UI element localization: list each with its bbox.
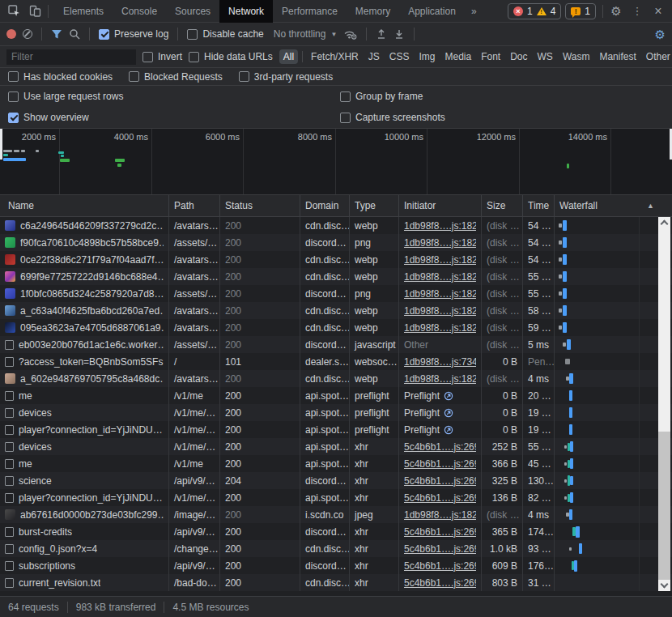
hide-data-urls-checkbox[interactable]: Hide data URLs bbox=[189, 51, 273, 62]
tab-sources[interactable]: Sources bbox=[166, 0, 219, 23]
table-row[interactable]: c6a249645d46209f337279cd2c…/avatars…200c… bbox=[0, 217, 672, 234]
checkbox-unchecked[interactable] bbox=[239, 71, 249, 82]
filter-type-font[interactable]: Font bbox=[477, 49, 504, 64]
request-name-cell[interactable]: devices bbox=[0, 438, 169, 455]
tab-application[interactable]: Application bbox=[399, 0, 465, 23]
request-name-cell[interactable]: ab67616d0000b273de03bfc299… bbox=[0, 506, 169, 523]
preflight-icon[interactable] bbox=[444, 408, 453, 418]
invert-checkbox[interactable]: Invert bbox=[142, 51, 182, 62]
initiator-link[interactable]: 1db98f8….js:7340 bbox=[404, 356, 476, 368]
filter-type-css[interactable]: CSS bbox=[385, 49, 414, 64]
disable-cache-checkbox[interactable]: Disable cache bbox=[187, 28, 263, 40]
filter-type-ws[interactable]: WS bbox=[534, 49, 557, 64]
clear-network-log-icon[interactable] bbox=[23, 29, 32, 39]
table-row[interactable]: f90fca70610c4898bc57b58bce9…/assets/…200… bbox=[0, 234, 672, 251]
table-row[interactable]: 699f9e77257222d9146bc688e4…/avatars…200c… bbox=[0, 268, 672, 285]
tab-performance[interactable]: Performance bbox=[273, 0, 347, 23]
use-large-rows-checkbox[interactable]: Use large request rows bbox=[8, 91, 340, 102]
table-row[interactable]: burst-credits/api/v9/…200discord…xhr5c4b… bbox=[0, 523, 672, 540]
table-row[interactable]: me/v1/me200api.spot…xhr5c4b6b1….js:26936… bbox=[0, 455, 672, 472]
table-row[interactable]: ?access_token=BQBnbSom5SFs…/101dealer.s…… bbox=[0, 353, 672, 370]
initiator-link[interactable]: 1db98f8….js:1823 bbox=[404, 373, 476, 385]
tab-network[interactable]: Network bbox=[219, 0, 273, 23]
filter-type-img[interactable]: Img bbox=[415, 49, 439, 64]
request-name-cell[interactable]: a_c63a40f4625fba6bcd260a7ed… bbox=[0, 302, 169, 319]
filter-type-other[interactable]: Other bbox=[642, 49, 672, 64]
filter-type-wasm[interactable]: Wasm bbox=[559, 49, 594, 64]
request-name-cell[interactable]: devices bbox=[0, 404, 169, 421]
table-row[interactable]: subscriptions/api/v9/…200discord…xhr5c4b… bbox=[0, 557, 672, 574]
column-header-waterfall[interactable]: Waterfall ▲ bbox=[555, 195, 672, 216]
tab-memory[interactable]: Memory bbox=[347, 0, 399, 23]
table-row[interactable]: eb003e20b076d1ac1e6c.worker…/assets/…200… bbox=[0, 336, 672, 353]
request-name-cell[interactable]: a_602e948769705795c8a468dc… bbox=[0, 370, 169, 387]
checkbox-unchecked[interactable] bbox=[340, 113, 351, 123]
tab-elements[interactable]: Elements bbox=[54, 0, 113, 23]
checkbox-unchecked[interactable] bbox=[8, 91, 19, 102]
initiator-link[interactable]: 1db98f8….js:1823 bbox=[404, 288, 476, 300]
column-header-initiator[interactable]: Initiator bbox=[399, 195, 482, 216]
initiator-link[interactable]: 5c4b6b1….js:269 bbox=[404, 458, 476, 470]
column-header-type[interactable]: Type bbox=[350, 195, 399, 216]
show-overview-checkbox[interactable]: Show overview bbox=[8, 112, 340, 123]
request-name-cell[interactable]: current_revision.txt bbox=[0, 574, 169, 591]
table-row[interactable]: player?connection_id=YjJiNDU…/v1/me/…200… bbox=[0, 489, 672, 506]
table-row[interactable]: player?connection_id=YjJiNDU…/v1/me/…200… bbox=[0, 421, 672, 438]
initiator-link[interactable]: 1db98f8….js:1823 bbox=[404, 509, 476, 521]
close-devtools-icon[interactable]: × bbox=[648, 2, 669, 21]
tab-console[interactable]: Console bbox=[113, 0, 166, 23]
request-name-cell[interactable]: c6a249645d46209f337279cd2c… bbox=[0, 217, 169, 234]
request-name-cell[interactable]: 0ce22f38d6c271f79a7f04aad7f… bbox=[0, 251, 169, 268]
initiator-link[interactable]: 1db98f8….js:1823 bbox=[404, 271, 476, 283]
capture-screenshots-checkbox[interactable]: Capture screenshots bbox=[340, 112, 445, 123]
export-har-icon[interactable] bbox=[393, 28, 405, 40]
filter-type-fetchxhr[interactable]: Fetch/XHR bbox=[307, 49, 363, 64]
initiator-link[interactable]: 5c4b6b1….js:269 bbox=[404, 560, 476, 572]
initiator-link[interactable]: 5c4b6b1….js:269 bbox=[404, 526, 476, 538]
checkbox-unchecked[interactable] bbox=[8, 71, 19, 82]
table-row[interactable]: a_602e948769705795c8a468dc…/avatars…200c… bbox=[0, 370, 672, 387]
filter-funnel-icon[interactable] bbox=[51, 28, 62, 40]
filter-type-doc[interactable]: Doc bbox=[506, 49, 531, 64]
column-header-path[interactable]: Path bbox=[169, 195, 220, 216]
network-overview-timeline[interactable]: 2000 ms4000 ms6000 ms8000 ms10000 ms1200… bbox=[0, 129, 672, 195]
checkbox-unchecked[interactable] bbox=[189, 52, 199, 62]
request-name-cell[interactable]: player?connection_id=YjJiNDU… bbox=[0, 421, 169, 438]
initiator-link[interactable]: 1db98f8….js:1823 bbox=[404, 254, 476, 266]
more-tabs-button[interactable]: » bbox=[465, 6, 483, 17]
network-settings-gear-icon[interactable]: ⚙ bbox=[655, 28, 666, 40]
initiator-link[interactable]: 5c4b6b1….js:269 bbox=[404, 577, 476, 589]
table-row[interactable]: ab67616d0000b273de03bfc299…/image/…200i.… bbox=[0, 506, 672, 523]
request-name-cell[interactable]: f90fca70610c4898bc57b58bce9… bbox=[0, 234, 169, 251]
checkbox-unchecked[interactable] bbox=[187, 29, 198, 40]
column-header-name[interactable]: Name bbox=[0, 195, 169, 216]
initiator-link[interactable]: 5c4b6b1….js:269 bbox=[404, 543, 476, 555]
request-name-cell[interactable]: 1f0bfc0865d324c2587920a7d8… bbox=[0, 285, 169, 302]
table-row[interactable]: current_revision.txt/bad-do…200cdn.disc…… bbox=[0, 574, 672, 591]
device-toolbar-icon[interactable] bbox=[24, 2, 45, 21]
request-name-cell[interactable]: burst-credits bbox=[0, 523, 169, 540]
request-name-cell[interactable]: me bbox=[0, 455, 169, 472]
checkbox-unchecked[interactable] bbox=[129, 71, 139, 82]
request-name-cell[interactable]: ?access_token=BQBnbSom5SFs… bbox=[0, 353, 169, 370]
column-header-size[interactable]: Size bbox=[482, 195, 523, 216]
vertical-scrollbar[interactable] bbox=[658, 217, 670, 591]
issues-badge[interactable]: ! 1 bbox=[565, 3, 596, 19]
table-row[interactable]: devices/v1/me/…200api.spot…xhr5c4b6b1….j… bbox=[0, 438, 672, 455]
request-name-cell[interactable]: me bbox=[0, 387, 169, 404]
search-icon[interactable] bbox=[69, 28, 80, 40]
filter-type-js[interactable]: JS bbox=[364, 49, 384, 64]
table-row[interactable]: science/api/v9/…204discord…xhr5c4b6b1….j… bbox=[0, 472, 672, 489]
table-row[interactable]: a_c63a40f4625fba6bcd260a7ed…/avatars…200… bbox=[0, 302, 672, 319]
initiator-link[interactable]: 5c4b6b1….js:269 bbox=[404, 492, 476, 504]
filter-input[interactable] bbox=[6, 49, 136, 65]
checkbox-unchecked[interactable] bbox=[142, 52, 153, 62]
table-row[interactable]: me/v1/me200api.spot…preflightPreflight0 … bbox=[0, 387, 672, 404]
initiator-link[interactable]: 5c4b6b1….js:269 bbox=[404, 475, 476, 487]
kebab-menu-icon[interactable]: ⋮ bbox=[627, 2, 648, 21]
blocked-requests-checkbox[interactable]: Blocked Requests bbox=[129, 71, 223, 83]
request-name-cell[interactable]: 095ea3623a7e4705d6887061a9… bbox=[0, 319, 169, 336]
scroll-down-icon[interactable] bbox=[661, 581, 669, 589]
table-row[interactable]: config_0.json?x=4/change…200cdn.disc…xhr… bbox=[0, 540, 672, 557]
column-header-domain[interactable]: Domain bbox=[300, 195, 350, 216]
